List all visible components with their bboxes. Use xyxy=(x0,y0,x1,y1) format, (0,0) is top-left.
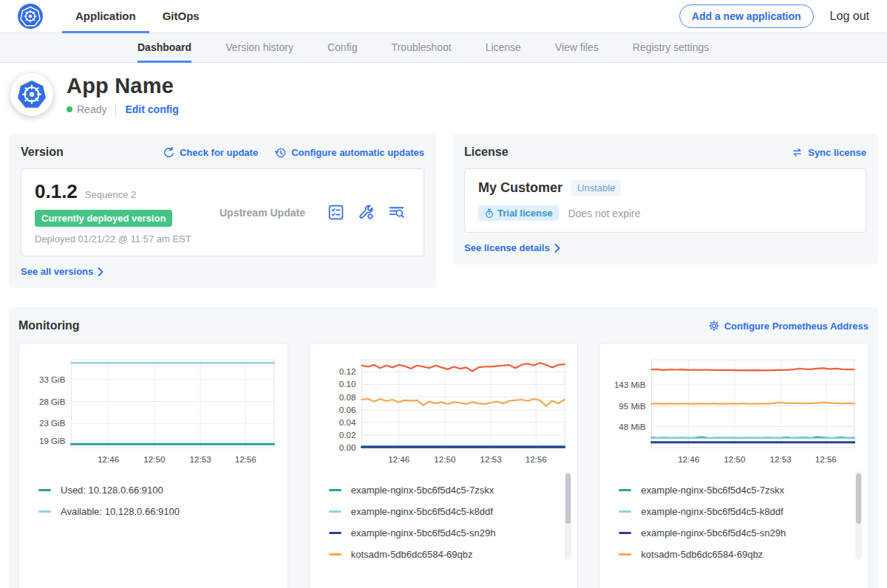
svg-text:23 GiB: 23 GiB xyxy=(39,419,66,428)
memory-usage-card: 48 MiB95 MiB143 MiB12:4612:5012:5312:56 … xyxy=(599,343,869,588)
legend-label: example-nginx-5bc6f5d4c5-7zskx xyxy=(641,485,784,496)
tab-troubleshoot[interactable]: Troubleshoot xyxy=(391,33,451,63)
memory-usage-chart: 48 MiB95 MiB143 MiB12:4612:5012:5312:56 xyxy=(608,352,859,470)
deploy-logs-icon[interactable] xyxy=(387,203,406,222)
legend-label: kotsadm-5db6dc6584-69qbz xyxy=(641,549,763,560)
legend-swatch xyxy=(619,532,631,534)
legend-item: Used: 10.128.0.66:9100 xyxy=(38,485,267,496)
preflight-checks-icon[interactable] xyxy=(327,203,345,222)
update-history-icon xyxy=(274,146,287,159)
app-sub-nav: Dashboard Version history Config Trouble… xyxy=(0,33,887,63)
license-card: License Sync license My Customer Unstabl… xyxy=(452,134,878,264)
svg-text:48 MiB: 48 MiB xyxy=(619,423,646,431)
page-title: App Name xyxy=(67,74,179,98)
svg-text:12:50: 12:50 xyxy=(143,455,165,464)
svg-text:0.02: 0.02 xyxy=(339,431,356,440)
svg-text:19 GiB: 19 GiB xyxy=(39,437,66,445)
legend-scrollbar-thumb[interactable] xyxy=(565,474,571,524)
check-for-update-link[interactable]: Check for update xyxy=(163,146,258,159)
disk-usage-chart: 19 GiB23 GiB28 GiB33 GiB12:4612:5012:531… xyxy=(28,352,279,470)
add-new-application-button[interactable]: Add a new application xyxy=(679,4,814,28)
disk-usage-card: 19 GiB23 GiB28 GiB33 GiB12:4612:5012:531… xyxy=(18,343,288,588)
tab-dashboard[interactable]: Dashboard xyxy=(137,33,191,63)
see-license-details-link[interactable]: See license details xyxy=(464,242,560,253)
disk-usage-title: Disk Usage xyxy=(28,582,279,588)
version-sequence: Sequence 2 xyxy=(85,189,136,200)
legend-scrollbar[interactable] xyxy=(565,471,571,560)
legend-swatch xyxy=(619,553,631,555)
svg-text:12:53: 12:53 xyxy=(480,455,501,464)
deployed-timestamp: Deployed 01/21/22 @ 11:57 am EST xyxy=(35,233,220,245)
cpu-usage-card: 0.000.020.040.060.080.100.1212:4612:5012… xyxy=(309,343,579,588)
legend-item: example-nginx-5bc6f5d4c5-k8ddf xyxy=(329,506,557,517)
memory-usage-title: Memory Usage xyxy=(608,582,859,588)
legend-swatch xyxy=(619,510,631,513)
legend-item: example-nginx-5bc6f5d4c5-k8ddf xyxy=(619,506,847,517)
tab-license[interactable]: License xyxy=(486,33,521,63)
edit-config-link[interactable]: Edit config xyxy=(125,103,178,115)
configure-prometheus-link[interactable]: Configure Prometheus Address xyxy=(708,320,869,332)
svg-text:12:46: 12:46 xyxy=(98,455,119,464)
svg-text:12:46: 12:46 xyxy=(678,455,699,464)
config-wrench-icon[interactable] xyxy=(357,203,375,222)
trial-license-badge: Trial license xyxy=(478,205,559,221)
sync-license-link[interactable]: Sync license xyxy=(791,146,866,158)
legend-scrollbar[interactable] xyxy=(855,471,862,560)
legend-swatch xyxy=(38,510,51,513)
legend-item: kotsadm-5db6dc6584-69qbz xyxy=(329,549,557,560)
chevron-right-icon xyxy=(554,244,560,253)
legend-label: example-nginx-5bc6f5d4c5-7zskx xyxy=(351,485,495,496)
status-ready-dot xyxy=(67,106,72,112)
tab-view-files[interactable]: View files xyxy=(555,33,599,63)
channel-badge: Unstable xyxy=(571,180,621,196)
legend-swatch xyxy=(329,510,341,513)
svg-text:143 MiB: 143 MiB xyxy=(614,380,646,389)
legend-item: kotsadm-5db6dc6584-69qbz xyxy=(619,549,847,560)
svg-text:0.12: 0.12 xyxy=(339,367,356,376)
svg-text:12:56: 12:56 xyxy=(525,455,546,464)
version-number: 0.1.2 xyxy=(35,180,78,203)
svg-text:12:46: 12:46 xyxy=(388,455,409,464)
svg-text:12:53: 12:53 xyxy=(190,455,211,464)
log-out-button[interactable]: Log out xyxy=(830,10,869,23)
svg-text:0.10: 0.10 xyxy=(339,380,356,389)
legend-swatch xyxy=(329,532,341,534)
svg-text:12:53: 12:53 xyxy=(770,455,792,464)
svg-text:12:50: 12:50 xyxy=(434,455,455,464)
top-nav: Application GitOps Add a new application… xyxy=(0,0,887,33)
legend-scrollbar-thumb[interactable] xyxy=(856,474,861,524)
tab-version-history[interactable]: Version history xyxy=(225,33,293,63)
gear-icon xyxy=(708,320,720,332)
legend-swatch xyxy=(38,489,51,491)
configure-automatic-updates-link[interactable]: Configure automatic updates xyxy=(274,146,424,159)
version-source-label: Upstream Update xyxy=(220,207,327,219)
kubernetes-logo-icon[interactable] xyxy=(18,4,43,29)
tab-registry-settings[interactable]: Registry settings xyxy=(633,33,709,63)
legend-label: kotsadm-5db6dc6584-69qbz xyxy=(351,549,473,560)
tab-gitops[interactable]: GitOps xyxy=(149,0,213,33)
sync-icon xyxy=(791,146,803,158)
license-details-row: My Customer Unstable Trial license Does … xyxy=(464,168,866,233)
see-all-versions-link[interactable]: See all versions xyxy=(21,266,103,277)
license-expiry: Does not expire xyxy=(568,208,640,219)
svg-text:12:56: 12:56 xyxy=(235,455,256,464)
memory-usage-legend: example-nginx-5bc6f5d4c5-7zskxexample-ng… xyxy=(608,470,859,582)
legend-label: example-nginx-5bc6f5d4c5-k8ddf xyxy=(641,506,783,517)
tab-application[interactable]: Application xyxy=(62,0,149,33)
legend-swatch xyxy=(619,489,631,491)
disk-usage-legend: Used: 10.128.0.66:9100Available: 10.128.… xyxy=(28,470,279,582)
legend-label: example-nginx-5bc6f5d4c5-k8ddf xyxy=(351,506,493,517)
topnav-tabs: Application GitOps xyxy=(62,0,213,33)
svg-text:0.00: 0.00 xyxy=(339,443,356,452)
svg-text:12:56: 12:56 xyxy=(815,455,837,464)
tab-config[interactable]: Config xyxy=(327,33,357,63)
svg-text:0.08: 0.08 xyxy=(339,393,356,402)
app-header: App Name Ready Edit config xyxy=(0,63,887,128)
svg-text:0.04: 0.04 xyxy=(339,418,356,427)
legend-item: example-nginx-5bc6f5d4c5-7zskx xyxy=(619,485,847,496)
chevron-right-icon xyxy=(98,267,103,276)
legend-item: example-nginx-5bc6f5d4c5-7zskx xyxy=(329,485,557,496)
chart-svg: 48 MiB95 MiB143 MiB12:4612:5012:5312:56 xyxy=(608,352,859,470)
svg-text:33 GiB: 33 GiB xyxy=(39,375,66,384)
kubernetes-app-icon xyxy=(15,78,49,112)
